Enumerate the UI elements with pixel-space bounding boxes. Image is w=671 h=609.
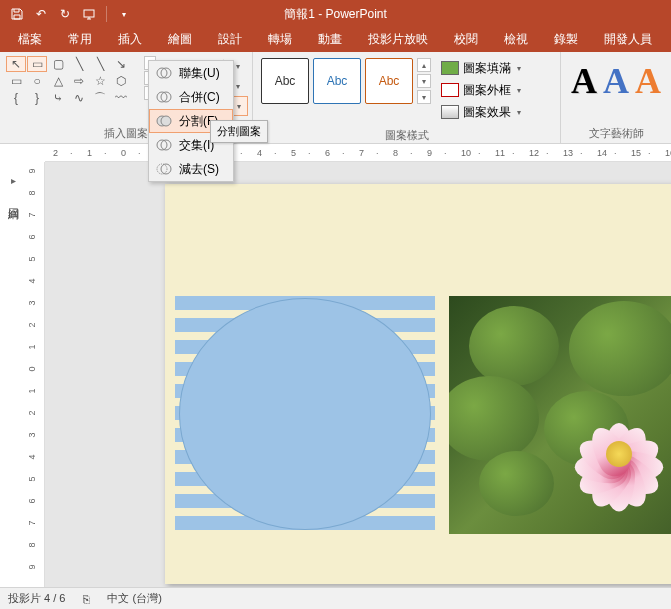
wordart-preset-3[interactable]: A — [635, 60, 661, 102]
shape-textbox2-icon[interactable]: ▢ — [48, 56, 68, 72]
tab-draw[interactable]: 繪圖 — [156, 27, 204, 52]
style-preset-3[interactable]: Abc — [365, 58, 413, 104]
lotus-photo[interactable] — [449, 296, 671, 534]
shape-conn-icon[interactable]: ⤷ — [48, 90, 68, 106]
group-shape-styles: Abc Abc Abc ▴ ▾ ▾ 圖案填滿 ▾ 圖案外框 ▾ — [253, 52, 561, 143]
shape-fill-label: 圖案填滿 — [463, 60, 511, 77]
tab-design[interactable]: 設計 — [206, 27, 254, 52]
tab-slideshow[interactable]: 投影片放映 — [356, 27, 440, 52]
vertical-ruler: 9876543210123456789 — [27, 162, 45, 587]
tab-developer[interactable]: 開發人員 — [592, 27, 664, 52]
group-label-wordart: 文字藝術師 — [565, 124, 667, 143]
combine-button[interactable]: 合併(C) — [149, 85, 233, 109]
outline-pen-icon — [441, 83, 459, 97]
intersect-icon — [155, 136, 173, 154]
combine-label: 合併(C) — [179, 89, 220, 106]
shape-rb-icon[interactable]: } — [27, 90, 47, 106]
shape-outline-label: 圖案外框 — [463, 82, 511, 99]
gallery-up-button[interactable]: ▴ — [417, 58, 431, 72]
fragment-icon — [155, 112, 173, 130]
shape-hex-icon[interactable]: ⬡ — [111, 73, 131, 89]
shape-freeform-icon[interactable]: ∿ — [69, 90, 89, 106]
subtract-button[interactable]: 減去(S) — [149, 157, 233, 181]
shape-line-icon[interactable]: ╲ — [69, 56, 89, 72]
style-preset-1[interactable]: Abc — [261, 58, 309, 104]
tab-transitions[interactable]: 轉場 — [256, 27, 304, 52]
tab-insert[interactable]: 插入 — [106, 27, 154, 52]
tab-review[interactable]: 校閱 — [442, 27, 490, 52]
tab-home[interactable]: 常用 — [56, 27, 104, 52]
qat-customize-button[interactable]: ▾ — [113, 3, 135, 25]
horizontal-ruler: 2·1·0·1·2·3·4·5·6·7·8·9·10·11·12·13·14·1… — [45, 144, 671, 162]
subtract-icon — [155, 160, 173, 178]
chevron-down-icon: ▾ — [517, 108, 521, 117]
shape-textbox-icon[interactable]: ▭ — [27, 56, 47, 72]
ribbon-tabs: 檔案 常用 插入 繪圖 設計 轉場 動畫 投影片放映 校閱 檢視 錄製 開發人員 — [0, 28, 671, 52]
gallery-more-button[interactable]: ▾ — [417, 90, 431, 104]
svg-point-10 — [161, 164, 171, 174]
tab-file[interactable]: 檔案 — [6, 27, 54, 52]
shape-effects-label: 圖案效果 — [463, 104, 511, 121]
combine-icon — [155, 88, 173, 106]
shape-curve-icon[interactable]: ⌒ — [90, 90, 110, 106]
shape-line2-icon[interactable]: ╲ — [90, 56, 110, 72]
shape-lb-icon[interactable]: { — [6, 90, 26, 106]
tab-record[interactable]: 錄製 — [542, 27, 590, 52]
quick-access-toolbar: ↶ ↻ ▾ — [0, 3, 135, 25]
subtract-label: 減去(S) — [179, 161, 219, 178]
language-indicator[interactable]: 中文 (台灣) — [107, 591, 161, 606]
wordart-preset-2[interactable]: A — [603, 60, 629, 102]
tab-animations[interactable]: 動畫 — [306, 27, 354, 52]
slide-counter[interactable]: 投影片 4 / 6 — [8, 591, 65, 606]
group-wordart-styles: A A A 文字藝術師 — [561, 52, 671, 143]
spellcheck-icon[interactable]: ⎘ — [79, 592, 93, 606]
effects-icon — [441, 105, 459, 119]
ribbon: ↖ ▭ ▢ ╲ ╲ ↘ ▭ ○ △ ⇨ ☆ ⬡ { } ⤷ ∿ ⌒ 〰 ▴ — [0, 52, 671, 144]
union-icon — [155, 64, 173, 82]
gallery-down-button[interactable]: ▾ — [417, 74, 431, 88]
chevron-down-icon: ▾ — [517, 64, 521, 73]
shape-arrow-icon[interactable]: ↘ — [111, 56, 131, 72]
lotus-flower — [564, 399, 671, 499]
fill-menu: 圖案填滿 ▾ 圖案外框 ▾ 圖案效果 ▾ — [435, 54, 527, 126]
shape-scribble-icon[interactable]: 〰 — [111, 90, 131, 106]
shape-palette[interactable]: ↖ ▭ ▢ ╲ ╲ ↘ ▭ ○ △ ⇨ ☆ ⬡ { } ⤷ ∿ ⌒ 〰 — [4, 54, 144, 108]
chevron-down-icon: ▾ — [237, 102, 241, 111]
chevron-down-icon: ▾ — [236, 82, 240, 91]
shape-arrowr-icon[interactable]: ⇨ — [69, 73, 89, 89]
fill-bucket-icon — [441, 61, 459, 75]
slide-canvas[interactable] — [45, 162, 671, 587]
wordart-gallery[interactable]: A A A — [565, 54, 667, 108]
shape-outline-button[interactable]: 圖案外框 ▾ — [437, 80, 525, 100]
slide[interactable] — [165, 184, 671, 584]
save-button[interactable] — [6, 3, 28, 25]
chevron-down-icon: ▾ — [236, 62, 240, 71]
shape-rect-icon[interactable]: ▭ — [6, 73, 26, 89]
wordart-preset-1[interactable]: A — [571, 60, 597, 102]
window-title: 簡報1 - PowerPoint — [284, 6, 387, 23]
shape-tri-icon[interactable]: △ — [48, 73, 68, 89]
style-gallery[interactable]: Abc Abc Abc ▴ ▾ ▾ — [257, 54, 435, 108]
titlebar: ↶ ↻ ▾ 簡報1 - PowerPoint — [0, 0, 671, 28]
merged-shape-left[interactable] — [175, 296, 435, 534]
chevron-down-icon: ▾ — [517, 86, 521, 95]
shape-star-icon[interactable]: ☆ — [90, 73, 110, 89]
fragment-tooltip: 分割圖案 — [210, 120, 268, 143]
svg-point-6 — [161, 116, 171, 126]
redo-button[interactable]: ↻ — [54, 3, 76, 25]
group-label-shape-styles: 圖案樣式 — [257, 126, 556, 145]
svg-rect-0 — [84, 10, 94, 17]
shape-oval-icon[interactable]: ○ — [27, 73, 47, 89]
style-preset-2[interactable]: Abc — [313, 58, 361, 104]
statusbar: 投影片 4 / 6 ⎘ 中文 (台灣) — [0, 587, 671, 609]
undo-button[interactable]: ↶ — [30, 3, 52, 25]
panel-expand-button[interactable]: ▸ — [6, 170, 20, 190]
union-label: 聯集(U) — [179, 65, 220, 82]
shape-pointer-icon[interactable]: ↖ — [6, 56, 26, 72]
union-button[interactable]: 聯集(U) — [149, 61, 233, 85]
shape-effects-button[interactable]: 圖案效果 ▾ — [437, 102, 525, 122]
tab-view[interactable]: 檢視 — [492, 27, 540, 52]
shape-fill-button[interactable]: 圖案填滿 ▾ — [437, 58, 525, 78]
start-slideshow-button[interactable] — [78, 3, 100, 25]
